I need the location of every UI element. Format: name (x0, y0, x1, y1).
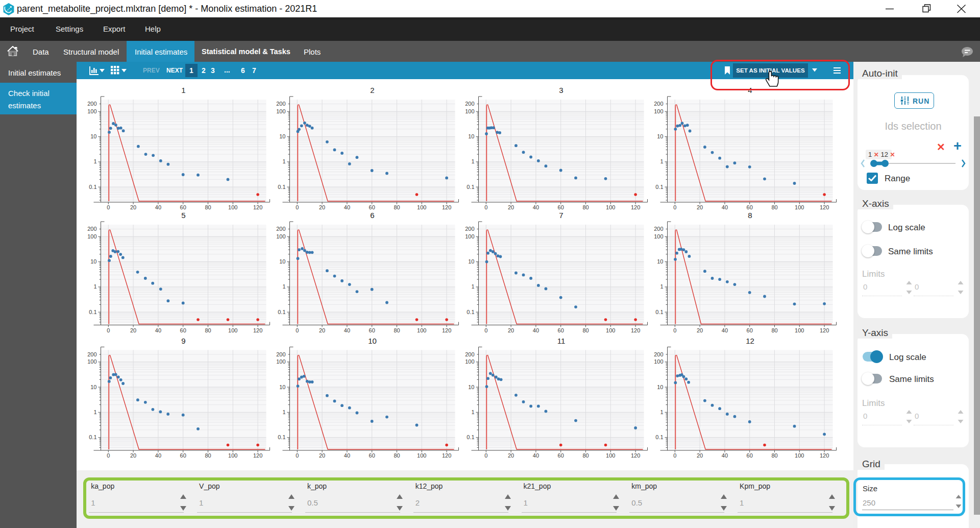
svg-text:100: 100 (465, 108, 474, 114)
svg-text:10: 10 (657, 258, 663, 265)
svg-text:60: 60 (747, 327, 753, 333)
svg-text:0: 0 (107, 452, 110, 459)
svg-text:20: 20 (130, 327, 136, 333)
svg-text:200: 200 (276, 226, 285, 232)
svg-text:80: 80 (205, 452, 211, 459)
svg-text:0.1: 0.1 (278, 434, 285, 440)
svg-text:6: 6 (370, 211, 374, 220)
svg-text:10: 10 (657, 133, 663, 139)
svg-text:80: 80 (394, 327, 400, 333)
svg-text:20: 20 (508, 204, 514, 210)
svg-text:100: 100 (465, 233, 474, 239)
svg-text:80: 80 (394, 452, 400, 459)
svg-text:10: 10 (468, 384, 474, 390)
svg-text:80: 80 (582, 327, 589, 333)
svg-text:40: 40 (155, 327, 161, 333)
svg-text:20: 20 (319, 204, 325, 210)
svg-text:100: 100 (417, 204, 426, 210)
svg-text:60: 60 (747, 204, 753, 210)
svg-text:200: 200 (465, 351, 474, 357)
svg-text:0.1: 0.1 (89, 434, 96, 440)
svg-text:40: 40 (344, 452, 350, 459)
svg-text:0: 0 (296, 204, 299, 210)
svg-text:200: 200 (276, 351, 285, 357)
svg-text:80: 80 (582, 452, 589, 459)
svg-text:20: 20 (130, 452, 136, 459)
svg-text:100: 100 (795, 452, 804, 459)
svg-text:100: 100 (654, 108, 663, 114)
svg-text:0.1: 0.1 (89, 309, 96, 315)
svg-text:60: 60 (558, 452, 564, 459)
svg-text:120: 120 (442, 452, 451, 459)
svg-text:40: 40 (155, 452, 161, 459)
svg-text:0: 0 (673, 452, 676, 459)
svg-text:20: 20 (130, 204, 136, 210)
svg-text:0: 0 (673, 204, 676, 210)
svg-text:3: 3 (559, 86, 563, 94)
svg-text:60: 60 (180, 204, 186, 210)
svg-text:120: 120 (820, 204, 829, 210)
svg-text:20: 20 (508, 452, 514, 459)
svg-text:1: 1 (471, 409, 474, 415)
svg-text:60: 60 (558, 327, 564, 333)
svg-text:0.1: 0.1 (655, 434, 663, 440)
svg-text:10: 10 (657, 384, 663, 390)
svg-text:0.1: 0.1 (278, 184, 285, 190)
svg-text:40: 40 (722, 327, 728, 333)
svg-text:10: 10 (468, 133, 474, 139)
svg-text:200: 200 (654, 351, 663, 357)
svg-text:20: 20 (697, 327, 703, 333)
svg-text:40: 40 (722, 204, 728, 210)
svg-text:80: 80 (394, 204, 400, 210)
svg-text:120: 120 (442, 327, 451, 333)
svg-text:10: 10 (90, 133, 96, 139)
svg-text:1: 1 (93, 409, 96, 415)
svg-text:200: 200 (465, 226, 474, 232)
svg-text:20: 20 (697, 204, 703, 210)
svg-text:120: 120 (253, 327, 262, 333)
svg-text:10: 10 (279, 258, 285, 265)
svg-text:200: 200 (87, 351, 96, 357)
svg-text:0.1: 0.1 (467, 309, 474, 315)
svg-text:120: 120 (631, 327, 640, 333)
svg-text:60: 60 (180, 452, 186, 459)
svg-text:60: 60 (369, 452, 375, 459)
svg-text:200: 200 (276, 101, 285, 107)
svg-text:40: 40 (722, 452, 728, 459)
svg-text:120: 120 (631, 204, 640, 210)
svg-text:100: 100 (87, 233, 96, 239)
svg-text:100: 100 (417, 452, 426, 459)
svg-text:80: 80 (205, 204, 211, 210)
svg-text:100: 100 (795, 204, 804, 210)
svg-text:100: 100 (276, 108, 285, 114)
svg-text:100: 100 (465, 358, 474, 365)
svg-text:20: 20 (319, 327, 325, 333)
svg-text:100: 100 (276, 233, 285, 239)
svg-text:0: 0 (673, 327, 676, 333)
svg-text:100: 100 (606, 327, 615, 333)
svg-text:1: 1 (181, 86, 185, 94)
svg-text:120: 120 (253, 452, 262, 459)
svg-text:120: 120 (631, 452, 640, 459)
svg-text:0.1: 0.1 (278, 309, 285, 315)
svg-text:40: 40 (533, 452, 539, 459)
svg-text:100: 100 (276, 358, 285, 365)
svg-text:100: 100 (654, 358, 663, 365)
svg-text:100: 100 (228, 452, 237, 459)
svg-text:40: 40 (533, 204, 539, 210)
svg-text:0.1: 0.1 (655, 184, 663, 190)
svg-text:0.1: 0.1 (655, 309, 663, 315)
svg-text:100: 100 (654, 233, 663, 239)
svg-text:0.1: 0.1 (467, 184, 474, 190)
svg-text:1: 1 (93, 158, 96, 164)
svg-text:5: 5 (181, 211, 185, 220)
svg-text:40: 40 (155, 204, 161, 210)
svg-text:0: 0 (484, 452, 487, 459)
svg-text:100: 100 (606, 452, 615, 459)
svg-text:1: 1 (471, 283, 474, 290)
svg-text:80: 80 (771, 452, 777, 459)
svg-text:60: 60 (369, 204, 375, 210)
svg-text:1: 1 (93, 283, 96, 290)
svg-text:80: 80 (771, 204, 777, 210)
svg-text:120: 120 (253, 204, 262, 210)
